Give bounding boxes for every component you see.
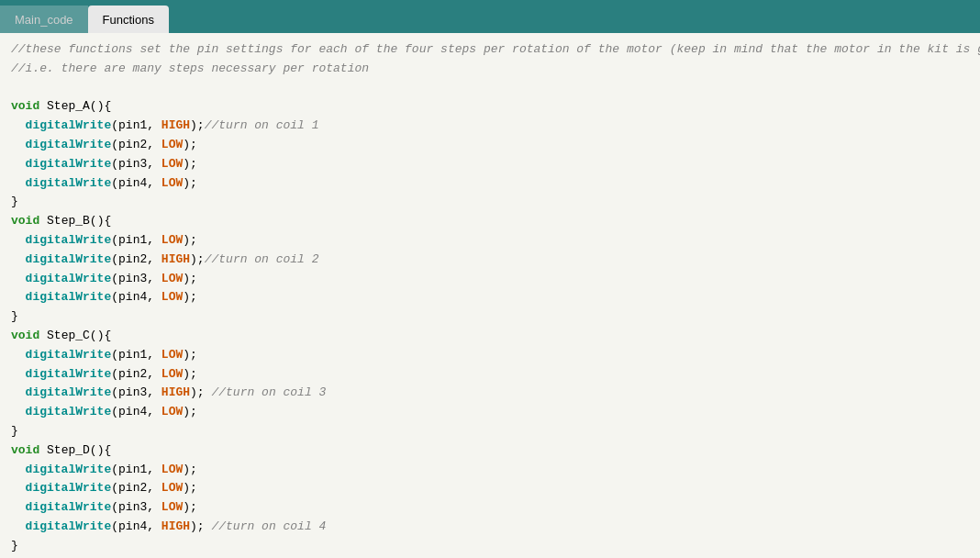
func-step-a-decl: void Step_A(){: [11, 97, 969, 117]
func-step-c-dw4: digitalWrite(pin4, LOW);: [11, 403, 969, 422]
blank-1: [11, 79, 969, 98]
func-step-d-dw4: digitalWrite(pin4, HIGH); //turn on coil…: [11, 518, 969, 537]
func-step-c-dw3: digitalWrite(pin3, HIGH); //turn on coil…: [11, 384, 969, 403]
func-step-c-dw1: digitalWrite(pin1, LOW);: [11, 346, 969, 365]
func-step-d-dw1: digitalWrite(pin1, LOW);: [11, 461, 969, 480]
func-step-c-close: }: [11, 422, 969, 441]
code-area[interactable]: //these functions set the pin settings f…: [0, 33, 980, 558]
func-step-d-dw3: digitalWrite(pin3, LOW);: [11, 498, 969, 518]
func-step-b-decl: void Step_B(){: [11, 212, 969, 231]
func-step-a-dw4: digitalWrite(pin4, LOW);: [11, 174, 969, 194]
tab-main-code[interactable]: Main_code: [0, 6, 88, 33]
func-step-d-dw2: digitalWrite(pin2, LOW);: [11, 479, 969, 498]
func-step-a-dw1: digitalWrite(pin1, HIGH);//turn on coil …: [11, 117, 969, 136]
func-step-c-decl: void Step_C(){: [11, 327, 969, 346]
tab-functions[interactable]: Functions: [88, 6, 169, 33]
func-step-b-dw4: digitalWrite(pin4, LOW);: [11, 288, 969, 307]
func-step-a-dw3: digitalWrite(pin3, LOW);: [11, 155, 969, 174]
func-step-d-close: }: [11, 537, 969, 556]
func-step-a-dw2: digitalWrite(pin2, LOW);: [11, 136, 969, 155]
comment-line-1: //these functions set the pin settings f…: [11, 40, 969, 60]
func-step-b-dw3: digitalWrite(pin3, LOW);: [11, 270, 969, 289]
func-step-a-close: }: [11, 193, 969, 212]
func-step-b-dw1: digitalWrite(pin1, LOW);: [11, 231, 969, 251]
func-step-d-decl: void Step_D(){: [11, 441, 969, 461]
func-step-b-dw2: digitalWrite(pin2, HIGH);//turn on coil …: [11, 251, 969, 270]
comment-line-2: //i.e. there are many steps necessary pe…: [11, 60, 969, 79]
tab-main-code-label: Main_code: [15, 13, 73, 27]
tab-functions-label: Functions: [103, 13, 154, 27]
tab-bar: Main_code Functions: [0, 0, 980, 33]
func-step-c-dw2: digitalWrite(pin2, LOW);: [11, 365, 969, 385]
func-step-b-close: }: [11, 307, 969, 327]
